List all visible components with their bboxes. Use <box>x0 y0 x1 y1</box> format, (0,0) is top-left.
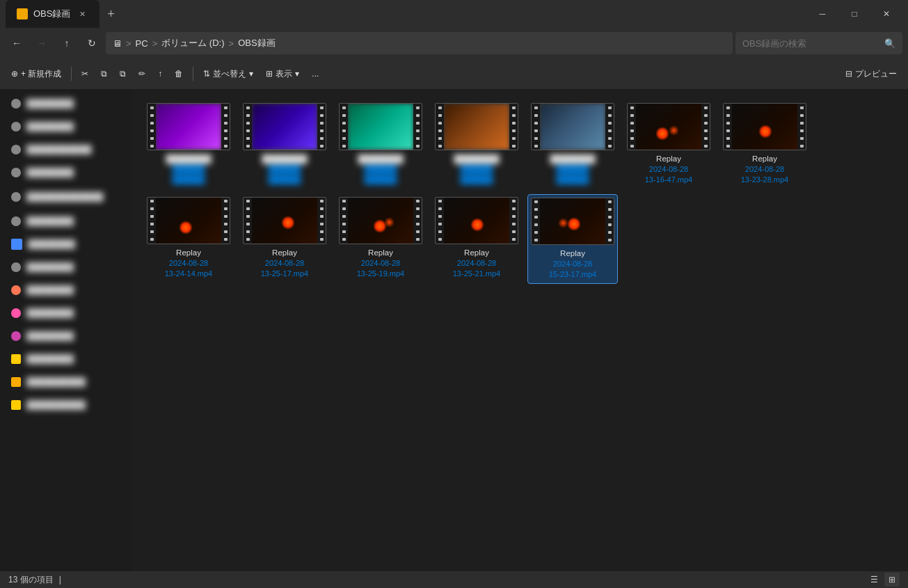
paste-button[interactable]: ⧉ <box>114 63 132 85</box>
separator1 <box>71 67 72 81</box>
forward-button[interactable]: → <box>31 32 53 54</box>
film-strip-left-10 <box>340 198 348 244</box>
film-strip-right-3 <box>413 104 422 150</box>
list-view-button[interactable]: ☰ <box>866 573 882 587</box>
file-item-9[interactable]: Replay 2024-08-28 13-25-17.mp4 <box>239 194 330 284</box>
file-label-6: Replay 2024-08-28 13-16-47.mp4 <box>645 153 693 186</box>
search-input[interactable] <box>742 38 879 49</box>
breadcrumb-bar[interactable]: 🖥 > PC > ボリューム (D:) > OBS録画 <box>106 32 733 54</box>
file-item-7[interactable]: Replay 2024-08-28 13-23-28.mp4 <box>719 100 810 189</box>
delete-button[interactable]: 🗑 <box>169 63 189 85</box>
maximize-button[interactable]: □ <box>838 3 870 25</box>
preview-button[interactable]: ⊟ プレビュー <box>840 63 902 85</box>
file-label-3: ████████ ██████ ██████ <box>358 153 403 186</box>
file-item-3[interactable]: ████████ ██████ ██████ <box>335 100 426 189</box>
film-strip-right-11 <box>509 198 518 244</box>
film-strip-left-11 <box>436 198 444 244</box>
tab-close-button[interactable]: ✕ <box>76 8 88 20</box>
file-filename-10: 13-25-19.mp4 <box>357 269 405 279</box>
file-label-7: Replay 2024-08-28 13-23-28.mp4 <box>741 153 789 186</box>
sidebar-icon-8 <box>11 262 21 272</box>
sidebar-item-3[interactable]: ███████████ <box>3 138 129 161</box>
file-label-2: ████████ ██████ ██████ <box>262 153 307 186</box>
file-date-11: 2024-08-28 <box>453 258 501 269</box>
address-bar: ← → ↑ ↻ 🖥 > PC > ボリューム (D:) > OBS録画 🔍 <box>0 28 908 58</box>
view-button[interactable]: ⊞ 表示 ▾ <box>260 63 305 85</box>
sidebar-label-5: █████████████ <box>26 192 121 202</box>
new-tab-button[interactable]: + <box>99 3 122 25</box>
film-strip-right-7 <box>797 104 806 150</box>
sidebar-item-8[interactable]: ████████ <box>3 256 129 278</box>
file-item-10[interactable]: Replay 2024-08-28 13-25-19.mp4 <box>335 194 426 284</box>
file-name-11: Replay <box>453 247 501 258</box>
file-item-6[interactable]: Replay 2024-08-28 13-16-47.mp4 <box>623 100 714 189</box>
sidebar-item-13[interactable]: ██████████ <box>3 371 129 393</box>
film-strip-right-10 <box>413 198 422 244</box>
file-name-9: Replay <box>261 247 309 258</box>
file-date-8: 2024-08-28 <box>165 258 213 269</box>
command-bar: ⊕ + 新規作成 ✂ ⧉ ⧉ ✏ ↑ 🗑 ⇅ 並べ替え ▾ ⊞ 表示 <box>0 58 908 89</box>
back-button[interactable]: ← <box>6 32 28 54</box>
video-thumb-4 <box>435 103 518 150</box>
sidebar-label-8: ████████ <box>26 262 121 272</box>
film-strip-right-5 <box>605 104 614 150</box>
film-strip-left-8 <box>148 198 156 244</box>
film-strip-right-6 <box>701 104 710 150</box>
breadcrumb-volume[interactable]: ボリューム (D:) <box>161 37 224 49</box>
sidebar-item-9[interactable]: ████████ <box>3 279 129 301</box>
sidebar-item-11[interactable]: ████████ <box>3 325 129 347</box>
minimize-button[interactable]: ─ <box>806 3 838 25</box>
thumb-image-12 <box>540 198 605 244</box>
refresh-button[interactable]: ↻ <box>81 32 103 54</box>
file-date-10: 2024-08-28 <box>357 258 405 269</box>
rename-button[interactable]: ✏ <box>133 63 151 85</box>
sidebar-item-10[interactable]: ████████ <box>3 302 129 324</box>
file-item-11[interactable]: Replay 2024-08-28 13-25-21.mp4 <box>431 194 522 284</box>
breadcrumb-pc[interactable]: PC <box>136 38 148 49</box>
file-item-5[interactable]: ████████ ██████ ██████ <box>527 100 618 189</box>
sidebar-item-6[interactable]: ████████ <box>3 210 129 232</box>
status-bar: 13 個の項目 | ☰ ⊞ <box>0 571 908 588</box>
film-strip-right-9 <box>317 198 326 244</box>
breadcrumb-folder[interactable]: OBS録画 <box>238 37 275 49</box>
sidebar-item-5[interactable]: █████████████ <box>3 184 129 209</box>
sidebar-item-7[interactable]: ████████ <box>3 233 129 255</box>
file-item-12[interactable]: Replay 2024-08-28 15-23-17.mp4 <box>527 194 618 284</box>
sidebar-label-7: ████████ <box>28 239 121 249</box>
thumb-image-7 <box>732 104 797 150</box>
sidebar-item-12[interactable]: ████████ <box>3 348 129 370</box>
copy-button[interactable]: ⧉ <box>95 63 113 85</box>
file-grid: ████████ ██████ ██████ <box>143 100 897 284</box>
file-item-8[interactable]: Replay 2024-08-28 13-24-14.mp4 <box>143 194 234 284</box>
grid-view-button[interactable]: ⊞ <box>884 573 900 587</box>
new-button[interactable]: ⊕ + 新規作成 <box>6 63 67 85</box>
video-thumb-1 <box>147 103 230 150</box>
cut-button[interactable]: ✂ <box>76 63 94 85</box>
view-chevron: ▾ <box>295 69 299 79</box>
file-item-1[interactable]: ████████ ██████ ██████ <box>143 100 234 189</box>
file-item-2[interactable]: ████████ ██████ ██████ <box>239 100 330 189</box>
file-label-4: ████████ ██████ ██████ <box>454 153 499 186</box>
thumb-image-10 <box>348 198 413 244</box>
file-date-9: 2024-08-28 <box>261 258 309 269</box>
up-button[interactable]: ↑ <box>56 32 78 54</box>
sort-button[interactable]: ⇅ 並べ替え ▾ <box>198 63 259 85</box>
film-strip-left-2 <box>244 104 252 150</box>
sidebar-item-4[interactable]: ████████ <box>3 161 129 184</box>
sidebar-item-2[interactable]: ████████ <box>3 116 129 138</box>
share-button[interactable]: ↑ <box>152 63 168 85</box>
video-thumb-2 <box>243 103 326 150</box>
close-button[interactable]: ✕ <box>870 3 902 25</box>
sidebar-item-14[interactable]: ██████████ <box>3 394 129 416</box>
main-tab[interactable]: OBS録画 ✕ <box>6 0 99 28</box>
file-label-11: Replay 2024-08-28 13-25-21.mp4 <box>453 247 501 280</box>
file-label-5: ████████ ██████ ██████ <box>550 153 595 186</box>
new-label: + 新規作成 <box>21 68 61 80</box>
separator2 <box>193 67 193 81</box>
sidebar-item-1[interactable]: ████████ <box>3 93 129 115</box>
title-bar: OBS録画 ✕ + ─ □ ✕ <box>0 0 908 28</box>
search-bar[interactable]: 🔍 <box>735 32 902 54</box>
toolbar-container: ← → ↑ ↻ 🖥 > PC > ボリューム (D:) > OBS録画 🔍 ⊕ … <box>0 28 908 89</box>
file-item-4[interactable]: ████████ ██████ ██████ <box>431 100 522 189</box>
more-button[interactable]: ... <box>306 63 324 85</box>
